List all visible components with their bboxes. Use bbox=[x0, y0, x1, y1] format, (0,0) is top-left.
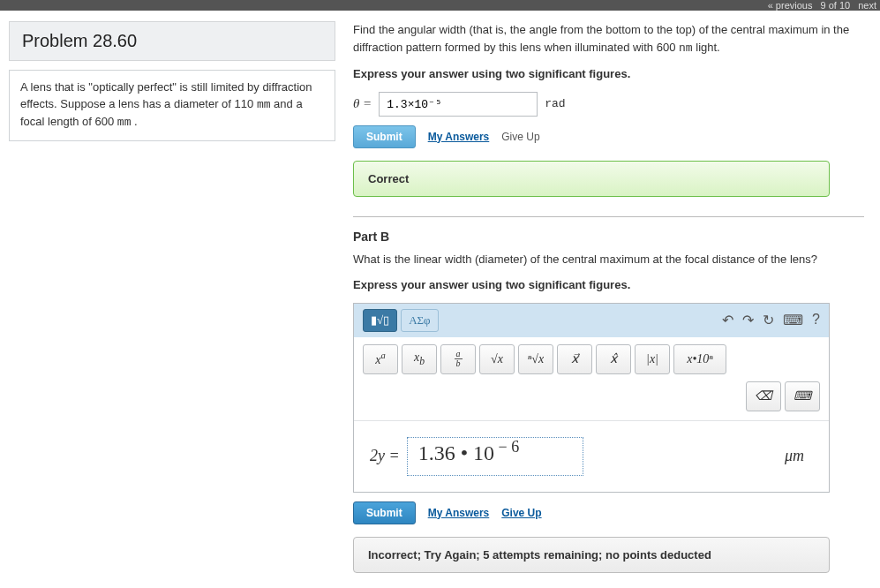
partb-answer-input[interactable]: 1.36 • 10 − 6 bbox=[407, 437, 583, 476]
parta-instruction: Express your answer using two significan… bbox=[353, 65, 864, 83]
partb-give-up-link[interactable]: Give Up bbox=[501, 507, 541, 519]
nav-progress: 9 of 10 bbox=[821, 0, 851, 11]
nav-previous[interactable]: « previous bbox=[768, 0, 813, 11]
parta-give-up-link[interactable]: Give Up bbox=[501, 131, 539, 143]
parta-my-answers-link[interactable]: My Answers bbox=[428, 131, 490, 143]
eq-btn-subscript[interactable]: xb bbox=[402, 344, 437, 374]
parta-feedback-correct: Correct bbox=[353, 161, 830, 197]
eq-btn-fraction[interactable]: ab bbox=[440, 344, 476, 374]
equation-editor: ▮√▯ ΑΣφ ↶ ↷ ↻ ⌨ ? xa xb ab √x ⁿ√x x⃗ x̂ bbox=[353, 303, 830, 493]
undo-icon[interactable]: ↶ bbox=[722, 312, 733, 328]
problem-context: A lens that is "optically perfect" is st… bbox=[9, 70, 335, 141]
partb-prompt: What is the linear width (diameter) of t… bbox=[353, 251, 864, 268]
eq-btn-abs[interactable]: |x| bbox=[635, 344, 670, 374]
problem-title: Problem 28.60 bbox=[9, 21, 335, 61]
parta-prompt: Find the angular width (that is, the ang… bbox=[353, 21, 864, 57]
help-icon[interactable]: ? bbox=[812, 312, 820, 328]
eq-btn-scientific[interactable]: x•10ⁿ bbox=[673, 344, 726, 374]
eq-btn-hat[interactable]: x̂ bbox=[596, 344, 631, 374]
eq-btn-sqrt[interactable]: √x bbox=[479, 344, 515, 374]
eq-btn-vector[interactable]: x⃗ bbox=[557, 344, 592, 374]
partb-feedback-incorrect: Incorrect; Try Again; 5 attempts remaini… bbox=[353, 537, 830, 573]
eq-btn-nroot[interactable]: ⁿ√x bbox=[518, 344, 553, 374]
partb-submit-button[interactable]: Submit bbox=[353, 501, 416, 524]
eq-tab-greek[interactable]: ΑΣφ bbox=[401, 309, 438, 332]
eq-tab-templates[interactable]: ▮√▯ bbox=[363, 309, 397, 332]
section-divider bbox=[353, 216, 864, 217]
partb-instruction: Express your answer using two significan… bbox=[353, 276, 864, 294]
parta-variable: θ = bbox=[353, 96, 372, 111]
partb-title: Part B bbox=[353, 230, 864, 244]
parta-submit-button[interactable]: Submit bbox=[353, 125, 416, 148]
parta-answer-input[interactable] bbox=[379, 92, 538, 117]
parta-unit: rad bbox=[545, 97, 565, 110]
top-nav: « previous 9 of 10 next bbox=[0, 0, 880, 11]
eq-btn-superscript[interactable]: xa bbox=[363, 344, 398, 374]
partb-unit: μm bbox=[785, 447, 813, 465]
keyboard-icon[interactable]: ⌨ bbox=[783, 312, 803, 328]
eq-btn-keyboard[interactable]: ⌨ bbox=[785, 381, 820, 411]
reset-icon[interactable]: ↻ bbox=[763, 312, 774, 328]
nav-next[interactable]: next bbox=[858, 0, 876, 11]
partb-variable: 2y = bbox=[370, 447, 400, 465]
partb-my-answers-link[interactable]: My Answers bbox=[428, 507, 490, 519]
eq-btn-backspace[interactable]: ⌫ bbox=[746, 381, 781, 411]
redo-icon[interactable]: ↷ bbox=[742, 312, 754, 328]
